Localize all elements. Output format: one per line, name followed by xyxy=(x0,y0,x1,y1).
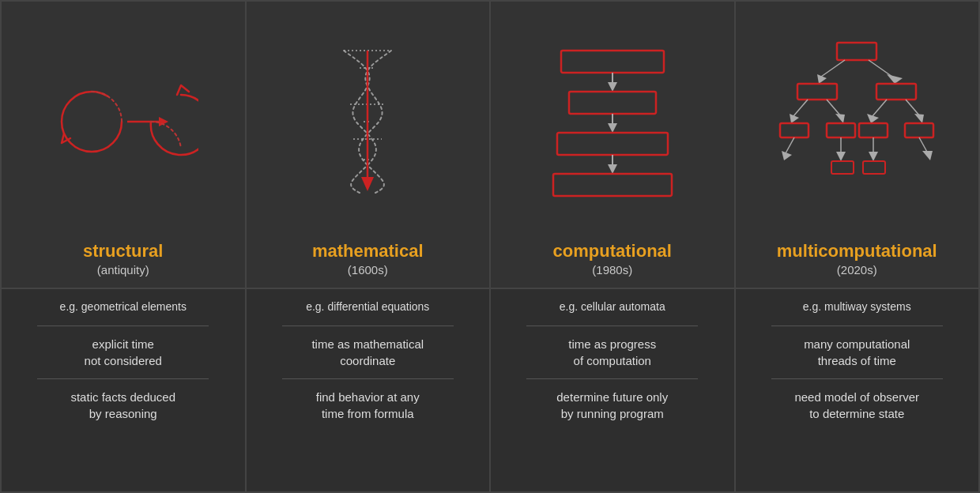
structural-icon xyxy=(48,58,198,185)
svg-marker-32 xyxy=(835,114,845,123)
top-cell-multicomputational: multicomputational (2020s) xyxy=(735,1,980,288)
svg-marker-48 xyxy=(922,151,933,160)
mathematical-icon xyxy=(320,43,415,201)
subtitle-multicomputational: (2020s) xyxy=(777,263,937,277)
title-row-structural: structural (antiquity) xyxy=(83,241,163,277)
divider-1-computational xyxy=(526,326,698,326)
svg-marker-17 xyxy=(608,123,617,133)
svg-marker-11 xyxy=(361,177,374,191)
icon-area-mathematical xyxy=(254,9,482,235)
divider-2-multicomputational xyxy=(771,378,943,379)
title-computational: computational xyxy=(553,241,672,262)
title-multicomputational: multicomputational xyxy=(777,241,937,262)
svg-marker-44 xyxy=(836,152,846,161)
title-row-computational: computational (1980s) xyxy=(553,241,672,277)
bottom-cell-computational: e.g. cellular automata time as progresso… xyxy=(490,288,735,493)
example-multicomputational: e.g. multiway systems xyxy=(803,300,911,313)
desc2-structural: static facts deducedby reasoning xyxy=(70,389,175,422)
svg-rect-49 xyxy=(831,161,854,174)
divider-2-mathematical xyxy=(282,378,454,379)
subtitle-mathematical: (1600s) xyxy=(312,263,424,277)
main-grid: structural (antiquity) xyxy=(0,0,980,493)
desc1-multicomputational: many computationalthreads of time xyxy=(804,336,910,369)
title-mathematical: mathematical xyxy=(312,241,424,262)
divider-2-structural xyxy=(37,378,209,379)
svg-rect-22 xyxy=(837,43,876,60)
bottom-cell-multicomputational: e.g. multiway systems many computational… xyxy=(735,288,980,493)
example-mathematical: e.g. differential equations xyxy=(306,300,429,313)
desc1-computational: time as progressof computation xyxy=(568,336,656,369)
svg-rect-18 xyxy=(557,133,668,155)
subtitle-computational: (1980s) xyxy=(553,263,672,277)
title-row-multicomputational: multicomputational (2020s) xyxy=(777,241,937,277)
svg-line-41 xyxy=(786,137,794,153)
svg-rect-39 xyxy=(859,123,888,137)
divider-1-multicomputational xyxy=(771,326,943,326)
svg-rect-28 xyxy=(876,84,916,100)
svg-rect-15 xyxy=(569,92,656,114)
svg-line-25 xyxy=(869,60,892,77)
svg-marker-26 xyxy=(887,74,903,84)
svg-rect-21 xyxy=(553,174,672,196)
icon-area-computational xyxy=(499,9,726,235)
divider-1-structural xyxy=(37,326,209,326)
svg-marker-20 xyxy=(608,164,617,174)
svg-line-33 xyxy=(873,100,887,116)
svg-rect-27 xyxy=(797,84,837,100)
multicomputational-icon xyxy=(778,39,936,205)
svg-rect-40 xyxy=(905,123,933,137)
bottom-cell-mathematical: e.g. differential equations time as math… xyxy=(246,288,491,493)
desc2-mathematical: find behavior at anytime from formula xyxy=(316,389,420,422)
bottom-cell-structural: e.g. geometrical elements explicit timen… xyxy=(1,288,246,493)
title-structural: structural xyxy=(83,241,163,262)
svg-marker-14 xyxy=(608,82,617,92)
icon-area-multicomputational xyxy=(744,9,971,235)
example-computational: e.g. cellular automata xyxy=(560,300,665,313)
example-structural: e.g. geometrical elements xyxy=(60,300,187,313)
svg-line-31 xyxy=(827,100,841,116)
svg-line-35 xyxy=(906,100,920,116)
svg-marker-36 xyxy=(914,114,924,123)
desc1-mathematical: time as mathematicalcoordinate xyxy=(311,336,424,369)
svg-marker-46 xyxy=(869,152,878,161)
desc2-computational: determine future onlyby running program xyxy=(556,389,668,422)
computational-icon xyxy=(549,43,676,201)
top-cell-structural: structural (antiquity) xyxy=(1,1,246,288)
divider-1-mathematical xyxy=(282,326,454,326)
top-cell-computational: computational (1980s) xyxy=(490,1,735,288)
svg-rect-50 xyxy=(863,161,885,174)
divider-2-computational xyxy=(526,378,698,379)
desc1-structural: explicit timenot considered xyxy=(85,336,162,369)
svg-rect-38 xyxy=(827,123,855,137)
desc2-multicomputational: need model of observerto determine state xyxy=(794,389,919,422)
icon-area-structural xyxy=(9,9,237,235)
svg-rect-37 xyxy=(780,123,808,137)
top-cell-mathematical: mathematical (1600s) xyxy=(246,1,491,288)
svg-line-29 xyxy=(793,100,808,116)
title-row-mathematical: mathematical (1600s) xyxy=(312,241,424,277)
subtitle-structural: (antiquity) xyxy=(83,263,163,277)
svg-rect-12 xyxy=(561,51,664,73)
svg-line-23 xyxy=(821,60,845,77)
